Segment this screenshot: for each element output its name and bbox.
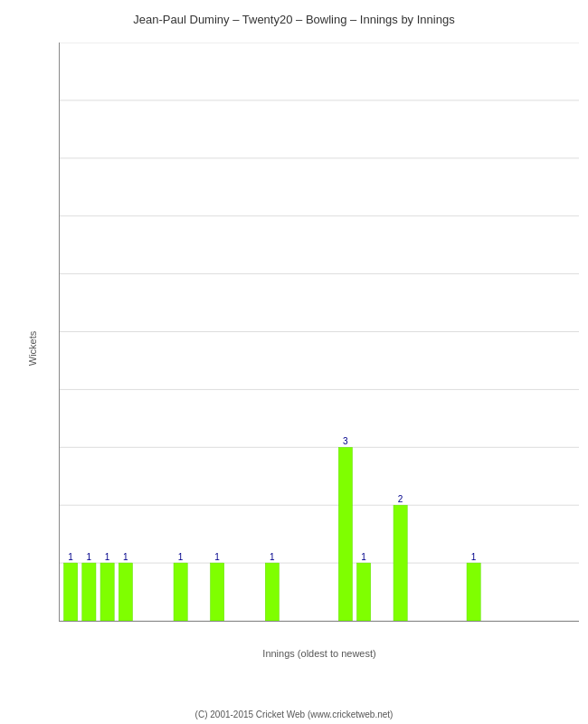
svg-text:1: 1 bbox=[87, 552, 92, 562]
svg-text:1: 1 bbox=[270, 552, 275, 562]
svg-rect-38 bbox=[174, 563, 187, 621]
svg-text:1: 1 bbox=[68, 552, 73, 562]
svg-text:1: 1 bbox=[123, 552, 128, 562]
svg-text:1: 1 bbox=[105, 552, 110, 562]
svg-text:1: 1 bbox=[214, 552, 220, 562]
svg-rect-50 bbox=[265, 563, 279, 621]
chart-plot-area: 0123456789101112131405061708190100111120… bbox=[59, 43, 579, 622]
svg-text:2: 2 bbox=[398, 494, 403, 504]
chart-svg: 0123456789101112131405061708190100111120… bbox=[60, 43, 579, 621]
svg-text:1: 1 bbox=[361, 552, 366, 562]
svg-rect-62 bbox=[357, 563, 371, 621]
footer-text: (C) 2001-2015 Cricket Web (www.cricketwe… bbox=[0, 710, 588, 719]
chart-title: Jean-Paul Duminy – Twenty20 – Bowling – … bbox=[9, 9, 579, 26]
svg-rect-67 bbox=[394, 505, 407, 621]
svg-text:1: 1 bbox=[178, 552, 184, 562]
svg-rect-28 bbox=[100, 563, 114, 621]
svg-rect-76 bbox=[467, 563, 480, 621]
y-axis-label: Wickets bbox=[27, 330, 38, 366]
svg-text:3: 3 bbox=[343, 436, 348, 446]
chart-container: Jean-Paul Duminy – Twenty20 – Bowling – … bbox=[0, 0, 588, 724]
svg-rect-59 bbox=[338, 447, 352, 621]
svg-rect-22 bbox=[64, 563, 78, 621]
svg-rect-43 bbox=[211, 563, 224, 621]
svg-rect-25 bbox=[82, 563, 96, 621]
svg-rect-31 bbox=[119, 563, 132, 621]
x-axis-title: Innings (oldest to newest) bbox=[262, 648, 375, 659]
svg-text:1: 1 bbox=[471, 552, 477, 562]
